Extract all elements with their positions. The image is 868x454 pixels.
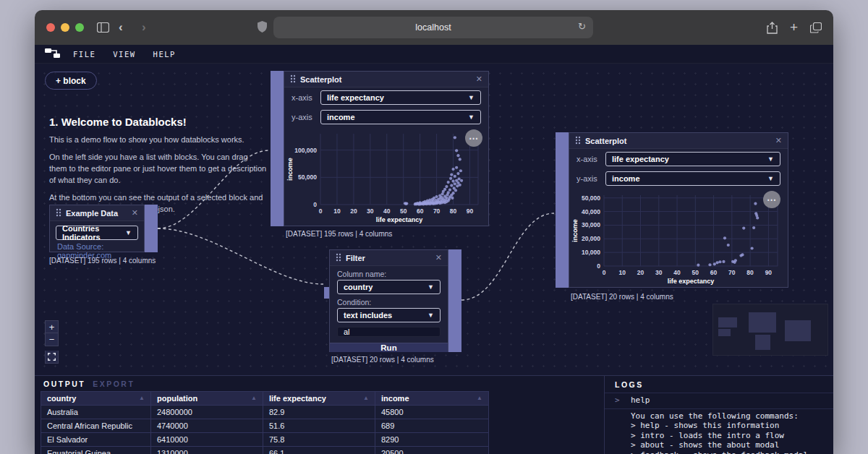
x-axis-select[interactable]: life expectancy ▼: [605, 152, 780, 166]
output-pane: OUTPUTEXPORT country▲population▲life exp…: [35, 376, 604, 454]
table-cell: 1310000: [151, 447, 263, 454]
svg-text:30,000: 30,000: [582, 221, 600, 228]
table-cell: 75.8: [263, 433, 375, 447]
column-header-country[interactable]: country▲: [41, 392, 151, 406]
svg-text:50,000: 50,000: [298, 174, 317, 181]
share-icon[interactable]: [767, 20, 778, 35]
back-button[interactable]: ‹: [119, 20, 123, 35]
column-header-life-expectancy[interactable]: life expectancy▲: [263, 392, 375, 406]
svg-text:income: income: [571, 219, 579, 242]
table-row[interactable]: El Salvador641000075.88290: [41, 433, 489, 447]
tab-export[interactable]: EXPORT: [93, 380, 135, 388]
flow-canvas[interactable]: + block 1. Welcome to Datablocks! This i…: [35, 64, 833, 375]
add-block-button[interactable]: + block: [45, 72, 97, 90]
input-port[interactable]: [556, 132, 569, 288]
zoom-in-button[interactable]: +: [45, 320, 59, 333]
node-scatterplot-1[interactable]: Scatterplot ✕ x-axis life expectancy ▼ y…: [271, 71, 489, 226]
svg-text:100,000: 100,000: [294, 147, 317, 154]
node-scatterplot-2[interactable]: Scatterplot ✕ x-axis life expectancy ▼ y…: [556, 132, 788, 288]
drag-handle-icon[interactable]: [56, 207, 61, 220]
drag-handle-icon[interactable]: [290, 73, 296, 86]
table-row[interactable]: Equatorial Guinea131000066.120500: [41, 447, 489, 454]
node-header[interactable]: Scatterplot ✕: [284, 72, 488, 87]
node-example-data[interactable]: Example Data ✕ Countries Indicators ▼ Da…: [49, 205, 158, 252]
chart-options-button[interactable]: ⋯: [763, 191, 780, 208]
table-cell: 51.6: [263, 419, 375, 433]
menu-item-file[interactable]: FILE: [73, 50, 95, 59]
datablocks-logo-icon: [45, 48, 60, 61]
svg-text:40,000: 40,000: [582, 208, 600, 215]
column-select[interactable]: country ▼: [337, 280, 441, 294]
table-row[interactable]: Central African Republic474000051.6689: [41, 419, 489, 433]
svg-text:0: 0: [313, 201, 317, 208]
table-cell: El Salvador: [41, 433, 151, 447]
welcome-paragraph: This is a demo flow to show you how data…: [49, 134, 268, 146]
filter-query-input[interactable]: al: [337, 327, 441, 337]
condition-select[interactable]: text includes ▼: [337, 308, 441, 322]
tab-output[interactable]: OUTPUT: [43, 380, 85, 388]
x-axis-select[interactable]: life expectancy ▼: [320, 90, 481, 105]
zoom-window-button[interactable]: [75, 23, 84, 32]
run-button[interactable]: Run: [330, 343, 448, 352]
node-header[interactable]: Filter ✕: [330, 250, 448, 266]
new-tab-icon[interactable]: +: [790, 20, 798, 35]
dataset-caption: [DATASET] 195 rows | 4 columns: [49, 257, 156, 265]
dataset-select[interactable]: Countries Indicators ▼: [56, 226, 138, 240]
close-icon[interactable]: ✕: [775, 136, 782, 145]
log-prompt: >: [615, 395, 631, 406]
close-icon[interactable]: ✕: [132, 208, 138, 218]
sort-icon[interactable]: ▲: [477, 395, 482, 401]
condition-label: Condition:: [330, 294, 448, 308]
y-axis-label: y-axis: [292, 113, 320, 121]
column-header-population[interactable]: population▲: [151, 392, 263, 406]
fit-view-button[interactable]: [45, 351, 59, 364]
datablocks-app: FILEVIEWHELP + block 1. Welcome to Datab…: [35, 45, 833, 454]
svg-text:40: 40: [673, 269, 681, 276]
input-port[interactable]: [324, 287, 329, 299]
output-port[interactable]: [145, 205, 158, 252]
chevron-down-icon: ▼: [427, 312, 434, 319]
chart-options-button[interactable]: ⋯: [465, 129, 482, 147]
log-entry: >help: [605, 393, 833, 409]
scatter-chart: 0102030405060708090010,00020,00030,00040…: [569, 188, 788, 289]
close-window-button[interactable]: [46, 23, 55, 32]
forward-button[interactable]: ›: [142, 20, 146, 35]
sort-icon[interactable]: ▲: [251, 395, 257, 401]
reload-icon[interactable]: ↻: [578, 21, 586, 32]
zoom-out-button[interactable]: −: [45, 333, 59, 346]
y-axis-select[interactable]: income ▼: [320, 110, 481, 124]
node-filter[interactable]: Filter ✕ Column name: country ▼ Conditio…: [329, 249, 461, 352]
close-icon[interactable]: ✕: [476, 74, 482, 84]
y-axis-select[interactable]: income ▼: [605, 171, 780, 186]
dataset-caption: [DATASET] 20 rows | 4 columns: [571, 293, 673, 301]
chevron-down-icon: ▼: [767, 155, 774, 163]
privacy-shield-icon: [258, 21, 267, 35]
table-row[interactable]: Australia2480000082.945800: [41, 406, 489, 419]
svg-text:10,000: 10,000: [582, 249, 600, 256]
drag-handle-icon[interactable]: [336, 252, 341, 265]
svg-text:0: 0: [597, 262, 600, 270]
column-header-income[interactable]: income▲: [375, 392, 489, 406]
svg-text:life expectancy: life expectancy: [376, 216, 423, 223]
svg-text:20: 20: [637, 269, 644, 276]
node-header[interactable]: Example Data ✕: [50, 205, 144, 221]
drag-handle-icon[interactable]: [575, 134, 581, 147]
dataset-caption: [DATASET] 20 rows | 4 columns: [331, 356, 434, 364]
menu-item-view[interactable]: VIEW: [113, 50, 135, 59]
menu-item-help[interactable]: HELP: [153, 50, 176, 59]
sort-icon[interactable]: ▲: [363, 395, 369, 401]
sort-icon[interactable]: ▲: [139, 395, 145, 401]
sidebar-toggle-icon[interactable]: [97, 20, 109, 35]
input-port[interactable]: [271, 71, 284, 226]
node-header[interactable]: Scatterplot ✕: [569, 133, 788, 149]
url-bar[interactable]: localhost ↻: [273, 17, 593, 38]
close-icon[interactable]: ✕: [435, 253, 442, 262]
minimize-window-button[interactable]: [61, 23, 69, 32]
zoom-controls: + −: [45, 320, 59, 364]
tab-overview-icon[interactable]: [810, 20, 822, 35]
log-entry: You can use the following commands:> hel…: [605, 409, 833, 454]
minimap[interactable]: [712, 304, 828, 356]
output-port[interactable]: [448, 249, 461, 352]
chevron-down-icon: ▼: [767, 175, 774, 182]
scatter-chart: 0102030405060708090050,000100,000life ex…: [284, 127, 488, 228]
